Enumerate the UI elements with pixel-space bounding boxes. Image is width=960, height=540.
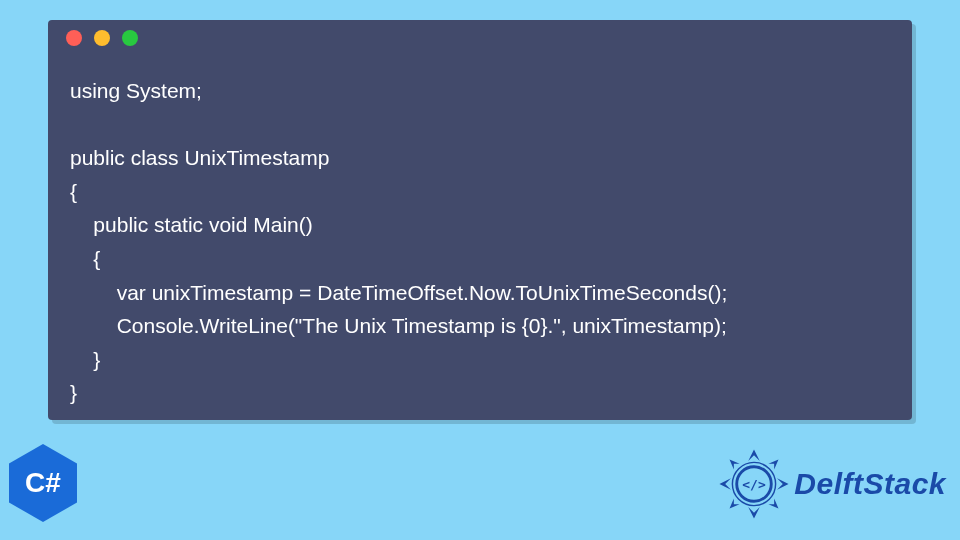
csharp-label: C# (25, 467, 61, 499)
maximize-icon[interactable] (122, 30, 138, 46)
svg-marker-6 (730, 498, 740, 508)
hexagon-icon: C# (9, 444, 77, 522)
minimize-icon[interactable] (94, 30, 110, 46)
brand-logo-icon: </> (718, 448, 790, 520)
csharp-badge: C# (8, 444, 78, 522)
svg-marker-4 (730, 460, 740, 470)
svg-marker-0 (749, 449, 761, 461)
code-content: using System; public class UnixTimestamp… (48, 56, 912, 432)
code-window: using System; public class UnixTimestamp… (48, 20, 912, 420)
brand-badge: </> DelftStack (718, 448, 946, 520)
close-icon[interactable] (66, 30, 82, 46)
svg-marker-1 (749, 507, 761, 519)
brand-name: DelftStack (794, 467, 946, 501)
svg-marker-2 (720, 478, 732, 490)
svg-marker-3 (777, 478, 789, 490)
window-titlebar (48, 20, 912, 56)
svg-text:</>: </> (743, 477, 767, 492)
svg-marker-7 (769, 498, 779, 508)
svg-marker-5 (769, 460, 779, 470)
